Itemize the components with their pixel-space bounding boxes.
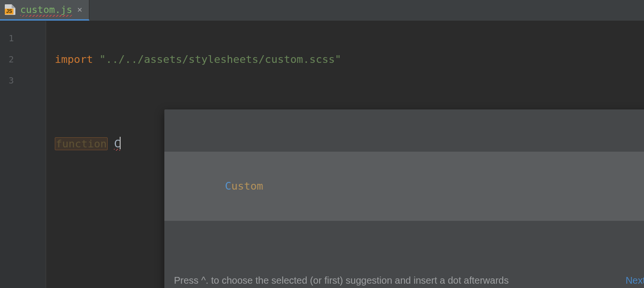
completion-match: C xyxy=(225,180,231,192)
completion-rest: ustom xyxy=(231,180,263,192)
code-area[interactable]: import "../../assets/stylesheets/custom.… xyxy=(46,21,644,288)
hint-text: Press ^. to choose the selected (or firs… xyxy=(174,270,620,288)
editor: 1 2 3 import "../../assets/stylesheets/c… xyxy=(0,21,644,288)
tab-bar: JS custom.js × xyxy=(0,0,644,21)
line-number: 3 xyxy=(0,70,46,91)
gutter: 1 2 3 xyxy=(0,21,46,288)
close-icon[interactable]: × xyxy=(77,5,82,14)
line-number: 1 xyxy=(0,28,46,49)
identifier: C xyxy=(114,138,120,150)
line-number: 2 xyxy=(0,49,46,70)
keyword-import: import xyxy=(55,53,93,65)
string-literal: "../../assets/stylesheets/custom.scss" xyxy=(99,53,341,65)
js-file-icon: JS xyxy=(5,4,15,15)
tab-label: custom.js xyxy=(20,4,72,15)
completion-item[interactable]: Custom xyxy=(164,152,644,221)
completion-hint: Press ^. to choose the selected (or firs… xyxy=(164,263,644,288)
completion-popup: Custom Press ^. to choose the selected (… xyxy=(164,109,644,288)
keyword-function: function xyxy=(55,137,108,150)
tab-custom-js[interactable]: JS custom.js × xyxy=(0,0,89,21)
next-tip-link[interactable]: Next Tip xyxy=(626,270,644,288)
